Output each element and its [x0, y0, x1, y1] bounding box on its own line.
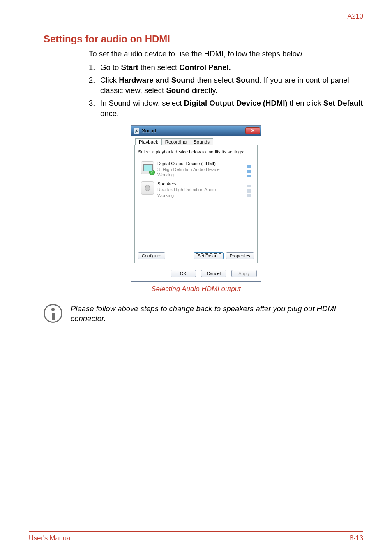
t: once.	[100, 109, 119, 118]
note-block: Please follow above steps to change back…	[44, 304, 363, 324]
level-meter-icon	[247, 161, 251, 177]
speaker-icon: 🔊	[134, 128, 139, 134]
t: Control Panel.	[179, 63, 231, 72]
note-text: Please follow above steps to change back…	[71, 304, 363, 324]
header-model: A210	[0, 0, 392, 23]
device-driver: Realtek High Definition Audio	[157, 187, 216, 193]
dialog-buttons: OK Cancel Apply	[131, 266, 261, 281]
device-status: Working	[157, 193, 216, 199]
set-default-button[interactable]: Set Default	[194, 252, 223, 259]
device-buttons: Configure Set Default Properties	[138, 252, 254, 259]
section-title: Settings for audio on HDMI	[44, 33, 392, 45]
step-2: 2. Click Hardware and Sound then select …	[89, 75, 363, 96]
t: directly.	[190, 86, 218, 95]
t: Set Default	[323, 99, 363, 107]
check-icon: ✓	[149, 169, 155, 175]
figure-caption: Selecting Audio HDMI output	[0, 285, 392, 293]
apply-button[interactable]: Apply	[231, 270, 257, 277]
tab-recording[interactable]: Recording	[161, 138, 190, 145]
sound-dialog: 🔊 Sound ✕ Playback Recording Sounds Sele…	[131, 125, 261, 282]
t: In Sound window, select	[100, 99, 184, 107]
t: then select	[195, 76, 236, 84]
close-button[interactable]: ✕	[245, 127, 260, 134]
configure-button[interactable]: Configure	[138, 252, 165, 259]
page-footer: User's Manual 8-13	[29, 531, 363, 542]
level-meter-icon	[247, 181, 251, 197]
t: Click	[100, 76, 119, 84]
tab-sounds[interactable]: Sounds	[190, 138, 213, 145]
device-driver: 3- High Definition Audio Device	[157, 167, 220, 173]
properties-button[interactable]: Properties	[226, 252, 254, 259]
tab-playback[interactable]: Playback	[135, 138, 162, 145]
info-icon	[44, 304, 62, 323]
device-list[interactable]: ✓ Digital Output Device (HDMI) 3- High D…	[138, 158, 254, 248]
device-name: Digital Output Device (HDMI)	[157, 161, 220, 167]
footer-rule	[29, 531, 363, 532]
t: Sound	[236, 76, 260, 84]
titlebar[interactable]: 🔊 Sound ✕	[131, 126, 261, 136]
t: Go to	[100, 63, 121, 72]
footer-page-number: 8-13	[350, 534, 363, 542]
step-number: 1.	[89, 63, 100, 73]
device-text: Digital Output Device (HDMI) 3- High Def…	[157, 161, 220, 178]
device-status: Working	[157, 172, 220, 178]
instruction-text: Select a playback device below to modify…	[138, 149, 254, 154]
step-number: 3.	[89, 98, 100, 119]
window-title: Sound	[142, 128, 245, 134]
tab-strip: Playback Recording Sounds	[135, 138, 258, 145]
step-body: Go to Start then select Control Panel.	[100, 63, 363, 73]
t: Hardware and Sound	[119, 76, 195, 84]
monitor-icon: ✓	[141, 161, 154, 174]
device-hdmi[interactable]: ✓ Digital Output Device (HDMI) 3- High D…	[140, 160, 252, 180]
step-3: 3. In Sound window, select Digital Outpu…	[89, 98, 363, 119]
t: then select	[138, 63, 180, 72]
device-text: Speakers Realtek High Definition Audio W…	[157, 181, 216, 198]
footer-manual: User's Manual	[29, 534, 72, 542]
speaker-icon	[141, 181, 154, 195]
step-1: 1. Go to Start then select Control Panel…	[89, 63, 363, 73]
t: Sound	[166, 86, 190, 95]
t: then click	[287, 99, 323, 107]
t: Digital Output Device (HDMI)	[184, 99, 288, 107]
device-speakers[interactable]: Speakers Realtek High Definition Audio W…	[140, 180, 252, 200]
step-body: Click Hardware and Sound then select Sou…	[100, 75, 363, 96]
tab-content: Select a playback device below to modify…	[134, 145, 258, 263]
steps-list: 1. Go to Start then select Control Panel…	[89, 63, 363, 119]
cancel-button[interactable]: Cancel	[201, 270, 226, 277]
ok-button[interactable]: OK	[171, 270, 196, 277]
t: Start	[121, 63, 138, 72]
step-number: 2.	[89, 75, 100, 96]
header-rule	[29, 23, 363, 23]
step-body: In Sound window, select Digital Output D…	[100, 98, 363, 119]
device-name: Speakers	[157, 181, 216, 187]
section-intro: To set the audio device to use the HDMI,…	[89, 49, 363, 59]
